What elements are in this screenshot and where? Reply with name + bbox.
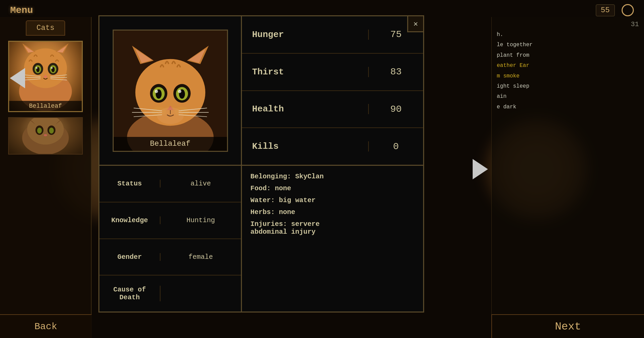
gender-value: female bbox=[160, 253, 241, 261]
svg-point-43 bbox=[154, 90, 158, 93]
second-cat-portrait bbox=[9, 118, 82, 154]
modal-top-section: Bellaleaf Hunger 75 Thirst 83 Health 90 … bbox=[99, 16, 423, 166]
hunger-row: Hunger 75 bbox=[242, 16, 423, 54]
hunger-label: Hunger bbox=[242, 30, 369, 40]
top-right-area: 55 bbox=[596, 4, 634, 16]
menu-button[interactable]: Menu bbox=[10, 5, 33, 16]
svg-point-28 bbox=[49, 127, 54, 134]
svg-point-44 bbox=[178, 90, 181, 93]
thirst-value: 83 bbox=[369, 67, 423, 77]
knowledge-row: Knowledge Hunting bbox=[99, 202, 241, 239]
health-row: Health 90 bbox=[242, 91, 423, 128]
svg-point-29 bbox=[44, 134, 47, 136]
gender-label: Gender bbox=[99, 253, 160, 261]
selected-cat-card[interactable]: Bellaleaf bbox=[8, 41, 83, 115]
back-button[interactable]: Back bbox=[0, 314, 92, 338]
cause-of-death-label: Cause ofDeath bbox=[99, 286, 160, 301]
main-modal: ✕ bbox=[98, 15, 424, 313]
portrait-frame: Bellaleaf bbox=[113, 30, 228, 152]
log-entry-2: le together bbox=[497, 41, 639, 49]
score-badge: 55 bbox=[596, 4, 615, 16]
log-entry-3: plant from bbox=[497, 52, 639, 59]
svg-point-27 bbox=[37, 127, 42, 134]
details-panel: Belonging: SkyClan Food: none Water: big… bbox=[242, 166, 423, 312]
info-table: Status alive Knowledge Hunting Gender fe… bbox=[99, 166, 242, 312]
status-label: Status bbox=[99, 180, 160, 188]
thirst-label: Thirst bbox=[242, 67, 369, 77]
water-detail: Water: big water bbox=[250, 196, 415, 204]
knowledge-label: Knowledge bbox=[99, 216, 160, 224]
modal-close-button[interactable]: ✕ bbox=[407, 15, 424, 32]
cat-name-label: Bellaleaf bbox=[9, 101, 82, 111]
modal-bottom-section: Status alive Knowledge Hunting Gender fe… bbox=[99, 166, 423, 312]
log-entry-7: ain bbox=[497, 93, 639, 100]
thirst-row: Thirst 83 bbox=[242, 54, 423, 91]
svg-point-12 bbox=[36, 67, 38, 69]
svg-point-55 bbox=[157, 107, 184, 124]
log-entry-1: h. bbox=[497, 31, 639, 38]
log-entry-5: m smoke bbox=[497, 72, 639, 80]
cats-tab[interactable]: Cats bbox=[26, 20, 65, 36]
sun-icon bbox=[622, 4, 634, 16]
portrait-panel: Bellaleaf bbox=[99, 16, 242, 165]
stats-panel: Hunger 75 Thirst 83 Health 90 Kills 0 bbox=[242, 16, 423, 165]
belonging-detail: Belonging: SkyClan bbox=[250, 173, 415, 180]
sidebar: Cats bbox=[0, 17, 92, 338]
second-cat-card[interactable] bbox=[8, 117, 83, 155]
log-entry-4: eather Ear bbox=[497, 62, 639, 69]
injuries-detail: Injuries: servereabdominal injury bbox=[250, 220, 415, 236]
health-label: Health bbox=[242, 104, 369, 114]
kills-row: Kills 0 bbox=[242, 128, 423, 165]
kills-value: 0 bbox=[369, 141, 423, 152]
prev-cat-arrow[interactable] bbox=[10, 68, 25, 88]
status-row: Status alive bbox=[99, 166, 241, 202]
status-value: alive bbox=[160, 180, 241, 188]
second-cat-svg bbox=[9, 118, 82, 155]
next-button[interactable]: Next bbox=[491, 314, 644, 338]
log-number: 31 bbox=[497, 20, 639, 28]
svg-point-1 bbox=[24, 48, 67, 88]
kills-label: Kills bbox=[242, 141, 369, 152]
food-detail: Food: none bbox=[250, 184, 415, 192]
knowledge-value: Hunting bbox=[160, 216, 241, 224]
cause-of-death-row: Cause ofDeath bbox=[99, 275, 241, 312]
portrait-name: Bellaleaf bbox=[114, 137, 227, 151]
log-entry-6: ight sleep bbox=[497, 83, 639, 90]
gender-row: Gender female bbox=[99, 239, 241, 276]
log-entry-8: e dark bbox=[497, 103, 639, 111]
main-cat-svg bbox=[114, 31, 227, 151]
log-panel: 31 h. le together plant from eather Ear … bbox=[491, 17, 644, 314]
herbs-detail: Herbs: none bbox=[250, 208, 415, 216]
svg-point-13 bbox=[51, 67, 53, 69]
next-log-arrow[interactable] bbox=[473, 159, 488, 179]
health-value: 90 bbox=[369, 104, 423, 114]
